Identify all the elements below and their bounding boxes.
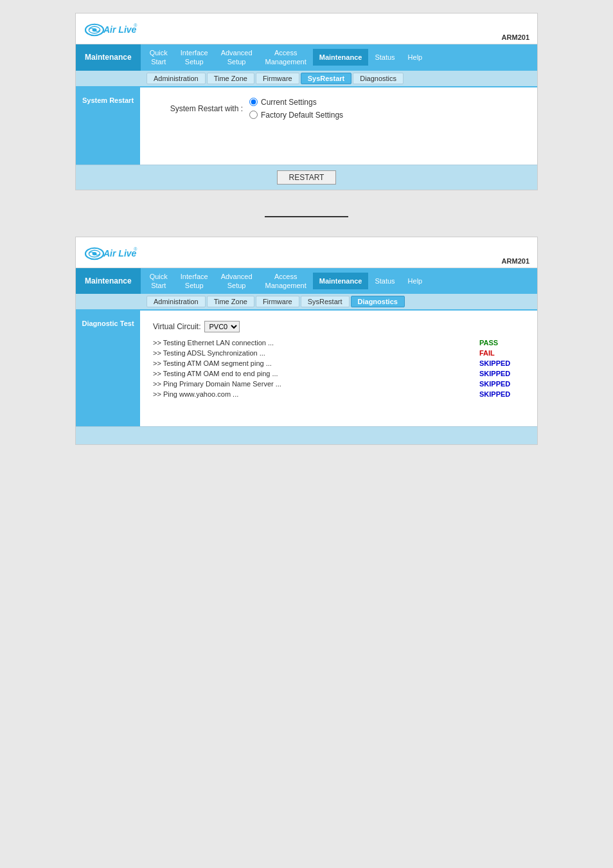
sub-nav-firmware-1[interactable]: Firmware [256,73,299,84]
nav-quick-start-2[interactable]: Quick Start [143,268,174,294]
nav-access-management-1[interactable]: Access Management [259,44,313,71]
content-sidebar-2: Diagnostic Test [76,311,140,426]
diag-status-1: PASS [479,339,524,347]
nav-sidebar-maintenance-1: Maintenance [76,44,141,71]
diag-row-1: >> Testing Ethernet LAN connection ... P… [153,339,524,347]
vc-label: Virtual Circuit: [153,322,200,331]
model-label-2: ARM201 [502,257,529,265]
diag-row-6: >> Ping www.yahoo.com ... SKIPPED [153,390,524,398]
nav-bar-1: Maintenance Quick Start Interface Setup … [76,44,537,71]
nav-items-1: Quick Start Interface Setup Advanced Set… [141,44,537,71]
panel-diagnostic-test: Air Live ® ARM201 Maintenance Quick Star… [75,237,538,446]
panel-footer-1: RESTART [76,165,537,190]
nav-help-2[interactable]: Help [402,273,429,289]
diag-label-5: >> Ping Primary Domain Name Server ... [153,380,479,388]
restart-form-row: System Restart with : Current Settings F… [153,98,524,120]
sub-nav-timezone-1[interactable]: Time Zone [207,73,254,84]
nav-items-2: Quick Start Interface Setup Advanced Set… [141,268,537,294]
panel-footer-2 [76,426,537,444]
radio-factory-label: Factory Default Settings [261,111,343,120]
section-title-1: System Restart [78,94,138,107]
nav-advanced-setup-1[interactable]: Advanced Setup [215,44,259,71]
diag-row-4: >> Testing ATM OAM end to end ping ... S… [153,370,524,377]
svg-text:Air Live: Air Live [103,24,137,35]
diag-status-5: SKIPPED [479,380,524,388]
nav-status-2[interactable]: Status [368,273,401,289]
panel-header-2: Air Live ® ARM201 [76,237,537,268]
diag-row-3: >> Testing ATM OAM segment ping ... SKIP… [153,359,524,367]
nav-access-management-2[interactable]: Access Management [259,268,313,294]
airlive-logo-2: Air Live ® [84,242,141,265]
nav-sidebar-maintenance-2: Maintenance [76,268,141,294]
sub-nav-timezone-2[interactable]: Time Zone [207,296,254,307]
radio-current-input[interactable] [249,98,258,106]
sub-nav-sysrestart-1[interactable]: SysRestart [301,73,351,84]
diag-row-2: >> Testing ADSL Synchronization ... FAIL [153,349,524,357]
diag-row-5: >> Ping Primary Domain Name Server ... S… [153,380,524,388]
panel-system-restart: Air Live ® ARM201 Maintenance Quick Star… [75,13,538,190]
radio-current-settings[interactable]: Current Settings [249,98,343,107]
diag-status-4: SKIPPED [479,370,524,377]
logo-area: Air Live ® [84,19,141,41]
restart-form-label: System Restart with : [153,104,243,113]
diag-label-6: >> Ping www.yahoo.com ... [153,390,479,398]
radio-factory-settings[interactable]: Factory Default Settings [249,111,343,120]
separator-line [265,216,348,217]
nav-maintenance-2[interactable]: Maintenance [313,273,369,289]
sub-nav-diagnostics-2[interactable]: Diagnostics [351,296,405,307]
content-main-1: System Restart with : Current Settings F… [140,87,537,165]
logo-area-2: Air Live ® [84,242,141,265]
nav-quick-start-1[interactable]: Quick Start [143,44,174,71]
content-area-1: System Restart System Restart with : Cur… [76,87,537,165]
sub-nav-diagnostics-1[interactable]: Diagnostics [353,73,404,84]
sub-nav-1: Administration Time Zone Firmware SysRes… [76,71,537,87]
diag-label-1: >> Testing Ethernet LAN connection ... [153,339,479,347]
sub-nav-admin-2[interactable]: Administration [147,296,206,307]
nav-help-1[interactable]: Help [402,49,429,66]
nav-interface-setup-1[interactable]: Interface Setup [174,44,215,71]
radio-factory-input[interactable] [249,111,258,119]
svg-text:®: ® [134,23,138,28]
content-area-2: Diagnostic Test Virtual Circuit: PVC0 PV… [76,311,537,426]
nav-status-1[interactable]: Status [368,49,401,66]
svg-text:®: ® [134,247,138,251]
nav-interface-setup-2[interactable]: Interface Setup [174,268,215,294]
diag-status-6: SKIPPED [479,390,524,398]
nav-advanced-setup-2[interactable]: Advanced Setup [215,268,259,294]
sub-nav-2: Administration Time Zone Firmware SysRes… [76,294,537,311]
nav-bar-2: Maintenance Quick Start Interface Setup … [76,268,537,294]
restart-button[interactable]: RESTART [277,170,337,185]
vc-row: Virtual Circuit: PVC0 PVC1 PVC2 PVC3 [153,321,524,332]
content-sidebar-1: System Restart [76,87,140,165]
diag-label-4: >> Testing ATM OAM end to end ping ... [153,370,479,377]
sub-nav-sysrestart-2[interactable]: SysRestart [301,296,350,307]
model-label-1: ARM201 [502,33,529,41]
diag-label-3: >> Testing ATM OAM segment ping ... [153,359,479,367]
section-title-2: Diagnostic Test [78,317,138,330]
radio-current-label: Current Settings [261,98,317,107]
svg-text:Air Live: Air Live [103,248,137,258]
vc-select[interactable]: PVC0 PVC1 PVC2 PVC3 [204,321,240,332]
nav-maintenance-1[interactable]: Maintenance [313,49,369,66]
content-main-2: Virtual Circuit: PVC0 PVC1 PVC2 PVC3 >> … [140,311,537,426]
diag-status-2: FAIL [479,349,524,357]
sub-nav-admin-1[interactable]: Administration [147,73,206,84]
airlive-logo: Air Live ® [84,19,141,41]
diag-label-2: >> Testing ADSL Synchronization ... [153,349,479,357]
sub-nav-firmware-2[interactable]: Firmware [256,296,299,307]
restart-radio-group: Current Settings Factory Default Setting… [249,98,343,120]
diag-status-3: SKIPPED [479,359,524,367]
panel-header-1: Air Live ® ARM201 [76,14,537,44]
